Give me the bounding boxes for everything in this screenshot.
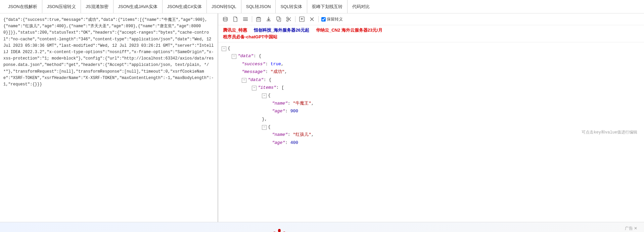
database-icon[interactable] — [222, 15, 229, 23]
scissors-icon[interactable] — [285, 15, 292, 23]
tree-line-1: − { — [222, 44, 641, 52]
svg-point-0 — [223, 17, 227, 18]
tree-line-11: − { — [262, 123, 641, 131]
huawei-logo: HUAWEI — [269, 229, 289, 232]
collapse-item-2[interactable]: − — [262, 125, 267, 130]
tree-line-6: − "items" : [ — [252, 84, 641, 91]
nav-json-compress[interactable]: JSON压缩转义 — [42, 0, 81, 13]
collapse-items[interactable]: − — [252, 86, 257, 90]
svg-point-11 — [287, 17, 288, 19]
right-toolbar: 保留转义 — [218, 13, 644, 25]
collapse-data[interactable]: − — [232, 54, 236, 59]
nav-json-sql[interactable]: JSON转SQL — [207, 0, 241, 13]
tree-line-5: − "data" : { — [242, 76, 641, 84]
bottom-ad-close[interactable]: 广告 ✕ — [625, 226, 637, 231]
ads-area: 腾讯云_特惠 恒创科技_海外服务器26元起 华纳云_CN2 海外云服务器23元/… — [218, 25, 644, 42]
ad-tencent[interactable]: 腾讯云_特惠 — [223, 27, 247, 33]
toolbar-separator-1 — [252, 16, 252, 22]
nav-camel-snake[interactable]: 驼峰下划线互转 — [307, 0, 348, 13]
tree-line-8: "name" : "牛魔王" , — [272, 100, 641, 107]
nav-sql-json[interactable]: SQL转JSON — [241, 0, 276, 13]
json-tree-view[interactable]: − { − "data" : { "success" : true , "mes… — [218, 42, 644, 222]
tree-line-13: "age" : 400 — [272, 139, 641, 147]
nav-code-diff[interactable]: 代码对比 — [348, 0, 374, 13]
copy-icon[interactable] — [275, 15, 282, 23]
tree-line-2: − "data" : { — [232, 52, 641, 60]
nav-json-csharp[interactable]: JSON生成C#实体 — [163, 0, 207, 13]
tree-line-9: "age" : 900 — [272, 107, 641, 115]
download-icon[interactable] — [265, 15, 272, 23]
bottom-ad-banner: HUAWEI 企业级高性能高安全云服务器 广告 ✕ — [0, 222, 644, 232]
top-navigation: JSON在线解析 JSON压缩转义 JS混淆加密 JSON生成JAVA实体 JS… — [0, 0, 644, 13]
collapse-item-1[interactable]: − — [262, 93, 267, 98]
trash-icon[interactable] — [255, 15, 262, 23]
svg-point-17 — [278, 229, 281, 232]
upload-icon[interactable] — [298, 15, 306, 23]
preserve-escape-input[interactable] — [321, 17, 326, 22]
collapse-data-data[interactable]: − — [242, 78, 246, 83]
nav-json-parse[interactable]: JSON在线解析 — [3, 0, 42, 13]
ad-hengchuang[interactable]: 恒创科技_海外服务器26元起 — [254, 27, 309, 33]
right-tree-panel: 保留转义 腾讯云_特惠 恒创科技_海外服务器26元起 华纳云_CN2 海外云服务… — [218, 13, 644, 222]
svg-point-10 — [287, 20, 288, 22]
tree-line-12: "name" : "红孩儿" , — [272, 131, 641, 139]
tree-line-4: "message" : "成功" , — [242, 68, 641, 76]
nav-sql-entity[interactable]: SQL转实体 — [276, 0, 307, 13]
svg-rect-4 — [257, 18, 261, 22]
tree-line-10: }, — [262, 115, 641, 123]
list-icon[interactable] — [242, 15, 249, 23]
preserve-escape-checkbox[interactable]: 保留转义 — [321, 16, 343, 22]
ads-line2: 程序员必备-chatGPT中国站 — [223, 34, 639, 40]
preserve-escape-label: 保留转义 — [327, 16, 343, 22]
ads-line1: 腾讯云_特惠 恒创科技_海外服务器26元起 华纳云_CN2 海外云服务器23元/… — [223, 27, 639, 33]
left-raw-panel[interactable]: {"data":{"success":true,"message":"成功","… — [0, 13, 218, 222]
toolbar-separator-2 — [295, 16, 295, 22]
close-x-icon[interactable] — [308, 15, 316, 23]
nav-js-obfuscate[interactable]: JS混淆加密 — [81, 0, 113, 13]
collapse-root[interactable]: − — [222, 46, 226, 51]
file-icon[interactable] — [232, 15, 239, 23]
nav-json-java[interactable]: JSON生成JAVA实体 — [113, 0, 163, 13]
toolbar-separator-3 — [318, 16, 319, 22]
tree-line-3: "success" : true , — [242, 60, 641, 68]
svg-rect-9 — [277, 17, 279, 20]
tree-line-7: − { — [262, 91, 641, 99]
ad-chatgpt[interactable]: 程序员必备-chatGPT中国站 — [223, 34, 277, 39]
ad-huawei[interactable]: 华纳云_CN2 海外云服务器23元/月 — [316, 27, 382, 33]
main-container: {"data":{"success":true,"message":"成功","… — [0, 13, 644, 222]
